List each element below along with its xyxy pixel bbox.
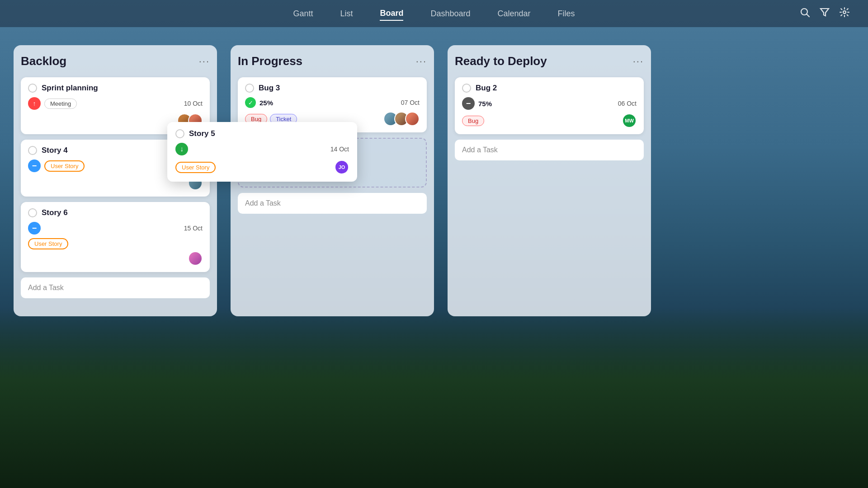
svg-point-2 [843, 11, 846, 14]
progress-icon-bug3: ✓ [245, 97, 256, 108]
priority-icon-down-story5: ↓ [175, 143, 188, 155]
inprogress-title: In Progress [238, 54, 302, 68]
filter-button[interactable] [819, 7, 830, 20]
tag-bug-bug2[interactable]: Bug [462, 116, 484, 126]
card-date-sprint: 10 Oct [184, 100, 203, 107]
avatars-bug3 [383, 112, 420, 126]
nav-gantt[interactable]: Gantt [293, 7, 313, 20]
nav-dashboard[interactable]: Dashboard [430, 7, 470, 20]
inprogress-menu-button[interactable]: ··· [416, 56, 427, 67]
priority-icon-up: ↑ [28, 97, 41, 110]
card-bug2[interactable]: Bug 2 − 75% 06 Oct Bug MW [455, 77, 644, 134]
card-checkbox-story4[interactable] [28, 146, 37, 155]
priority-icon-minus-story4: − [28, 160, 41, 172]
priority-icon-minus-story6: − [28, 222, 41, 235]
avatars-bug2: MW [622, 113, 637, 128]
add-task-backlog[interactable]: Add a Task [21, 277, 210, 298]
add-task-inprogress[interactable]: Add a Task [238, 193, 427, 214]
avatar-mw: MW [622, 113, 637, 128]
nav-actions [799, 7, 850, 20]
dragged-card-story5[interactable]: Story 5 ↓ 14 Oct User Story JO [167, 122, 357, 182]
card-checkbox-story6[interactable] [28, 208, 37, 217]
card-checkbox-bug3[interactable] [245, 84, 254, 93]
column-ready: Ready to Deploy ··· Bug 2 − 75% 06 Oct B… [448, 45, 651, 316]
search-button[interactable] [799, 7, 810, 20]
avatar-jo: JO [335, 160, 349, 174]
card-title-bug2: Bug 2 [476, 84, 497, 93]
avatars-story5: JO [335, 160, 349, 174]
card-title-story4: Story 4 [42, 146, 68, 155]
top-navigation: Gantt List Board Dashboard Calendar File… [0, 0, 868, 27]
card-date-bug2: 06 Oct [618, 100, 637, 107]
card-title-sprint: Sprint planning [42, 84, 98, 93]
card-date-story6: 15 Oct [184, 225, 203, 232]
board-container: Backlog ··· Sprint planning ↑ Meeting 10… [0, 36, 868, 488]
avatar-bug3-3 [405, 112, 420, 126]
ready-title: Ready to Deploy [455, 54, 547, 68]
tag-user-story-story6[interactable]: User Story [28, 238, 68, 249]
tag-user-story-story5[interactable]: User Story [175, 162, 216, 173]
card-title-story6: Story 6 [42, 208, 68, 217]
tag-meeting[interactable]: Meeting [44, 99, 77, 109]
progress-pct-bug3: 25% [259, 99, 273, 107]
backlog-menu-button[interactable]: ··· [199, 56, 210, 67]
card-date-bug3: 07 Oct [401, 99, 420, 106]
dragged-card-checkbox[interactable] [175, 129, 184, 138]
card-checkbox-sprint[interactable] [28, 84, 37, 93]
nav-calendar[interactable]: Calendar [498, 7, 531, 20]
avatars-story6 [188, 251, 203, 266]
inprogress-header: In Progress ··· [238, 54, 427, 68]
card-checkbox-bug2[interactable] [462, 84, 471, 93]
ready-header: Ready to Deploy ··· [455, 54, 644, 68]
priority-icon-minus-bug2: − [462, 97, 475, 110]
backlog-header: Backlog ··· [21, 54, 210, 68]
card-story6[interactable]: Story 6 − 15 Oct User Story [21, 202, 210, 272]
nav-list[interactable]: List [340, 7, 353, 20]
ready-menu-button[interactable]: ··· [633, 56, 644, 67]
add-task-ready[interactable]: Add a Task [455, 140, 644, 160]
nav-files[interactable]: Files [558, 7, 575, 20]
avatar-story6 [188, 251, 203, 266]
tag-user-story-story4[interactable]: User Story [44, 160, 85, 172]
progress-pct-bug2: 75% [478, 100, 492, 108]
nav-board[interactable]: Board [380, 7, 403, 21]
svg-line-1 [807, 14, 810, 17]
dragged-card-title: Story 5 [189, 129, 215, 138]
dragged-card-date: 14 Oct [330, 145, 349, 153]
settings-button[interactable] [839, 7, 850, 20]
backlog-title: Backlog [21, 54, 66, 68]
card-title-bug3: Bug 3 [259, 84, 280, 93]
